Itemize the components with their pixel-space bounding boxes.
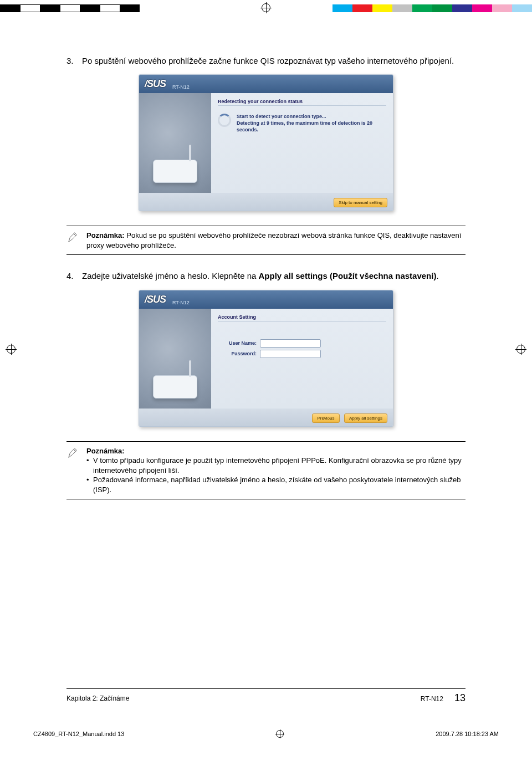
footer-model: RT-N12	[421, 695, 443, 703]
note-1: Poznámka: Pokud se po spuštění webového …	[66, 226, 466, 255]
note-icon	[66, 231, 80, 250]
skip-manual-button[interactable]: Skip to manual setting	[334, 198, 387, 207]
step-text: Zadejte uživatelské jméno a heslo. Klepn…	[82, 270, 466, 282]
asus-logo: /SUS	[145, 78, 166, 90]
step-3: 3. Po spuštění webového prohlížeče začne…	[66, 55, 466, 67]
password-input[interactable]	[260, 350, 321, 358]
model-label: RT-N12	[172, 84, 190, 90]
registration-mark-bottom	[275, 729, 284, 738]
indd-timestamp: 2009.7.28 10:18:23 AM	[436, 731, 499, 737]
router-illustration	[153, 375, 197, 399]
username-label: User Name:	[218, 340, 257, 346]
detect-status-text: Start to detect your connection type... …	[237, 114, 386, 133]
note-text: Poznámka: Pokud se po spuštění webového …	[86, 231, 461, 249]
page-footer: Kapitola 2: Začínáme RT-N12 13	[66, 688, 466, 704]
note-list-item: V tomto případu konfigurace je použit ty…	[86, 456, 466, 475]
apply-all-settings-button[interactable]: Apply all settings	[344, 413, 387, 423]
screenshot-account-setting: /SUS RT-N12 Account Setting User Name: P…	[139, 290, 393, 427]
username-input[interactable]	[260, 339, 321, 348]
model-label: RT-N12	[172, 300, 190, 305]
note-list-item: Požadované informace, například uživatel…	[86, 475, 466, 494]
screenshot-redetecting: /SUS RT-N12 Redetecting your connection …	[139, 74, 393, 211]
step-text: Po spuštění webového prohlížeče začne fu…	[82, 55, 466, 67]
footer-chapter: Kapitola 2: Začínáme	[66, 695, 129, 702]
note-icon	[66, 446, 80, 495]
password-label: Password:	[218, 351, 257, 356]
page-number: 13	[454, 692, 466, 703]
note-2: Poznámka: V tomto případu konfigurace je…	[66, 441, 466, 500]
screenshot-header: /SUS RT-N12	[139, 290, 393, 309]
section-title: Redetecting your connection status	[218, 99, 386, 106]
indesign-slug: CZ4809_RT-N12_Manual.indd 13 2009.7.28 1…	[33, 729, 499, 738]
screenshot-header: /SUS RT-N12	[139, 75, 393, 93]
screenshot-sidebar-image	[139, 93, 211, 193]
previous-button[interactable]: Previous	[312, 413, 339, 423]
note-label: Poznámka:	[86, 447, 125, 455]
section-title: Account Setting	[218, 314, 386, 321]
step-number: 3.	[66, 55, 78, 67]
router-illustration	[153, 160, 197, 183]
asus-logo: /SUS	[145, 294, 166, 305]
step-4: 4. Zadejte uživatelské jméno a heslo. Kl…	[66, 270, 466, 282]
note-list: V tomto případu konfigurace je použit ty…	[86, 456, 466, 494]
indd-filename: CZ4809_RT-N12_Manual.indd 13	[33, 731, 124, 737]
step-number: 4.	[66, 270, 78, 282]
username-row: User Name:	[218, 339, 386, 348]
screenshot-sidebar-image	[139, 309, 211, 409]
spinner-icon	[218, 114, 231, 127]
password-row: Password:	[218, 350, 386, 358]
